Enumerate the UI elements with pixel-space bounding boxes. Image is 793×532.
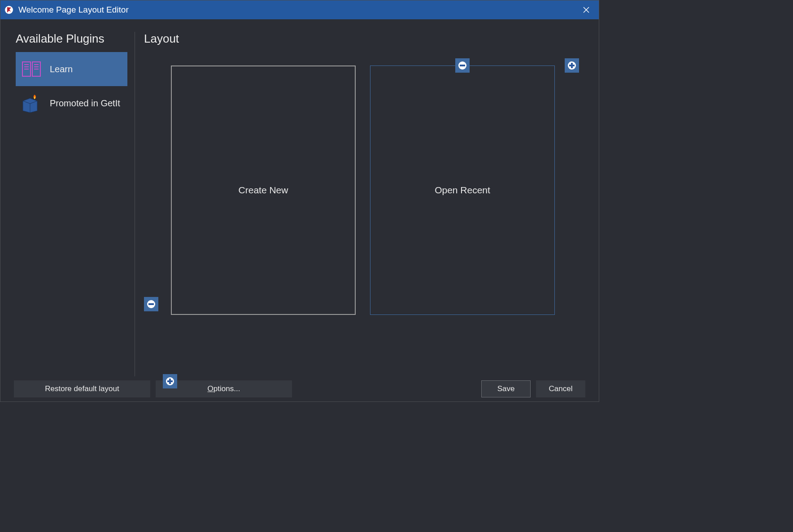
save-button[interactable]: Save [481,380,531,397]
button-label: Restore default layout [45,384,119,393]
button-label: Cancel [549,384,573,393]
plugin-item-learn[interactable]: Learn [16,52,127,86]
plugin-item-label: Promoted in GetIt [50,98,120,109]
tile-label: Open Recent [435,185,490,196]
box-flame-icon [21,93,42,113]
available-plugins-panel: Available Plugins Learn [0,32,135,376]
layout-area: Create New Open Recent [144,65,590,371]
svg-rect-13 [460,65,465,66]
tile-open-recent[interactable]: Open Recent [370,65,555,315]
layout-tiles-row: Create New Open Recent [171,65,590,317]
remove-column-button[interactable] [455,58,470,73]
cancel-button[interactable]: Cancel [536,380,585,397]
remove-row-button[interactable] [144,297,158,311]
footer: Restore default layout Options... Save C… [0,376,599,401]
layout-panel: Layout Create [135,32,599,376]
button-label: Options... [208,384,240,393]
tile-create-new[interactable]: Create New [171,65,356,315]
window: Welcome Page Layout Editor Available Plu… [0,0,599,402]
available-plugins-heading: Available Plugins [16,32,127,46]
button-label: Save [497,384,515,393]
add-column-button[interactable] [565,58,579,73]
svg-rect-21 [169,379,171,384]
restore-default-button[interactable]: Restore default layout [14,380,150,397]
plugin-item-label: Learn [50,64,73,74]
svg-rect-16 [571,63,573,68]
tile-label: Create New [239,185,288,196]
content-area: Available Plugins Learn [0,19,599,376]
titlebar: Welcome Page Layout Editor [0,0,599,19]
add-row-button[interactable] [163,374,177,388]
layout-heading: Layout [144,32,590,46]
close-button[interactable] [577,1,595,19]
window-title: Welcome Page Layout Editor [18,5,577,15]
plugin-item-promoted-getit[interactable]: Promoted in GetIt [16,86,127,120]
book-icon [21,59,42,79]
app-icon [4,5,14,15]
svg-rect-18 [148,303,154,305]
